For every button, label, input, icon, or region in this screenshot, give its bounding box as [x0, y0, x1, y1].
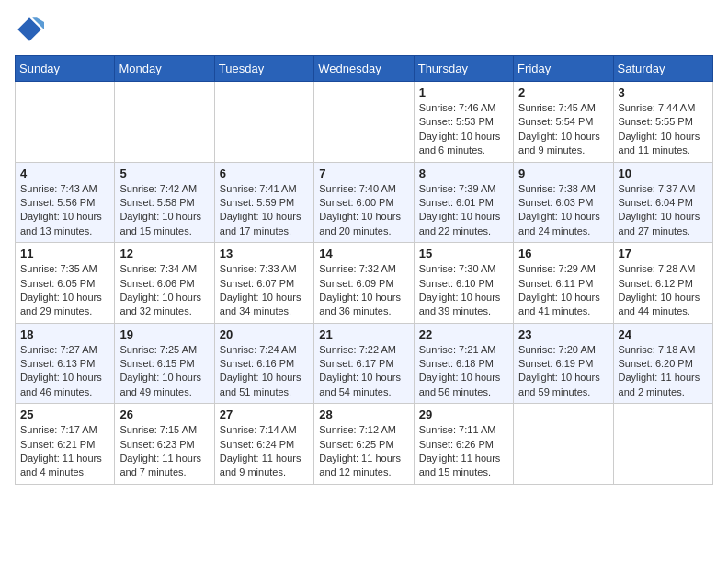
day-cell: 9Sunrise: 7:38 AM Sunset: 6:03 PM Daylig… — [514, 162, 613, 243]
week-row-1: 1Sunrise: 7:46 AM Sunset: 5:53 PM Daylig… — [16, 82, 713, 163]
day-cell: 21Sunrise: 7:22 AM Sunset: 6:17 PM Dayli… — [314, 323, 414, 404]
day-number: 22 — [419, 327, 508, 341]
day-info: Sunrise: 7:25 AM Sunset: 6:15 PM Dayligh… — [119, 343, 209, 400]
day-info: Sunrise: 7:11 AM Sunset: 6:26 PM Dayligh… — [419, 423, 508, 480]
day-cell — [115, 82, 214, 163]
day-cell: 8Sunrise: 7:39 AM Sunset: 6:01 PM Daylig… — [414, 162, 513, 243]
day-cell: 15Sunrise: 7:30 AM Sunset: 6:10 PM Dayli… — [414, 243, 513, 324]
day-number: 2 — [518, 86, 608, 99]
day-number: 29 — [419, 408, 508, 421]
day-number: 16 — [518, 247, 608, 260]
day-cell — [214, 82, 313, 163]
day-number: 11 — [20, 247, 109, 260]
day-number: 1 — [419, 86, 508, 99]
day-info: Sunrise: 7:39 AM Sunset: 6:01 PM Dayligh… — [419, 182, 508, 239]
day-number: 28 — [319, 408, 408, 421]
day-number: 4 — [20, 167, 109, 180]
day-cell: 26Sunrise: 7:15 AM Sunset: 6:23 PM Dayli… — [115, 404, 214, 485]
day-info: Sunrise: 7:41 AM Sunset: 5:59 PM Dayligh… — [220, 182, 309, 239]
day-number: 12 — [119, 247, 209, 260]
day-info: Sunrise: 7:22 AM Sunset: 6:17 PM Dayligh… — [319, 343, 408, 400]
day-number: 3 — [619, 86, 708, 99]
day-info: Sunrise: 7:24 AM Sunset: 6:16 PM Dayligh… — [220, 343, 309, 400]
day-cell — [514, 404, 613, 485]
week-row-5: 25Sunrise: 7:17 AM Sunset: 6:21 PM Dayli… — [16, 404, 713, 485]
day-number: 24 — [619, 327, 708, 341]
day-cell: 6Sunrise: 7:41 AM Sunset: 5:59 PM Daylig… — [214, 162, 313, 243]
day-number: 20 — [220, 327, 309, 341]
day-info: Sunrise: 7:28 AM Sunset: 6:12 PM Dayligh… — [619, 262, 708, 319]
day-info: Sunrise: 7:34 AM Sunset: 6:06 PM Dayligh… — [119, 262, 209, 319]
day-info: Sunrise: 7:27 AM Sunset: 6:13 PM Dayligh… — [20, 343, 109, 400]
logo — [15, 15, 48, 44]
day-number: 15 — [419, 247, 508, 260]
week-row-3: 11Sunrise: 7:35 AM Sunset: 6:05 PM Dayli… — [16, 243, 713, 324]
day-cell: 20Sunrise: 7:24 AM Sunset: 6:16 PM Dayli… — [214, 323, 313, 404]
day-number: 21 — [319, 327, 408, 341]
day-info: Sunrise: 7:35 AM Sunset: 6:05 PM Dayligh… — [20, 262, 109, 319]
day-number: 14 — [319, 247, 408, 260]
day-cell: 1Sunrise: 7:46 AM Sunset: 5:53 PM Daylig… — [414, 82, 513, 163]
day-info: Sunrise: 7:29 AM Sunset: 6:11 PM Dayligh… — [518, 262, 608, 319]
day-info: Sunrise: 7:37 AM Sunset: 6:04 PM Dayligh… — [619, 182, 708, 239]
day-cell: 18Sunrise: 7:27 AM Sunset: 6:13 PM Dayli… — [16, 323, 115, 404]
day-cell: 19Sunrise: 7:25 AM Sunset: 6:15 PM Dayli… — [115, 323, 214, 404]
day-number: 10 — [619, 167, 708, 180]
day-cell — [314, 82, 414, 163]
day-cell: 16Sunrise: 7:29 AM Sunset: 6:11 PM Dayli… — [514, 243, 613, 324]
col-header-saturday: Saturday — [613, 56, 712, 82]
day-info: Sunrise: 7:42 AM Sunset: 5:58 PM Dayligh… — [119, 182, 209, 239]
day-info: Sunrise: 7:43 AM Sunset: 5:56 PM Dayligh… — [20, 182, 109, 239]
day-cell — [613, 404, 712, 485]
day-cell: 7Sunrise: 7:40 AM Sunset: 6:00 PM Daylig… — [314, 162, 414, 243]
day-info: Sunrise: 7:38 AM Sunset: 6:03 PM Dayligh… — [518, 182, 608, 239]
day-number: 7 — [319, 167, 408, 180]
day-cell — [16, 82, 115, 163]
day-number: 23 — [518, 327, 608, 341]
day-info: Sunrise: 7:20 AM Sunset: 6:19 PM Dayligh… — [518, 343, 608, 400]
day-info: Sunrise: 7:12 AM Sunset: 6:25 PM Dayligh… — [319, 423, 408, 480]
day-cell: 2Sunrise: 7:45 AM Sunset: 5:54 PM Daylig… — [514, 82, 613, 163]
day-number: 8 — [419, 167, 508, 180]
calendar-header-row: SundayMondayTuesdayWednesdayThursdayFrid… — [16, 56, 713, 82]
day-cell: 11Sunrise: 7:35 AM Sunset: 6:05 PM Dayli… — [16, 243, 115, 324]
day-cell: 13Sunrise: 7:33 AM Sunset: 6:07 PM Dayli… — [214, 243, 313, 324]
day-cell: 29Sunrise: 7:11 AM Sunset: 6:26 PM Dayli… — [414, 404, 513, 485]
day-cell: 25Sunrise: 7:17 AM Sunset: 6:21 PM Dayli… — [16, 404, 115, 485]
day-info: Sunrise: 7:21 AM Sunset: 6:18 PM Dayligh… — [419, 343, 508, 400]
day-info: Sunrise: 7:32 AM Sunset: 6:09 PM Dayligh… — [319, 262, 408, 319]
day-cell: 24Sunrise: 7:18 AM Sunset: 6:20 PM Dayli… — [613, 323, 712, 404]
day-info: Sunrise: 7:40 AM Sunset: 6:00 PM Dayligh… — [319, 182, 408, 239]
page-header — [15, 15, 713, 44]
day-number: 5 — [119, 167, 209, 180]
day-info: Sunrise: 7:15 AM Sunset: 6:23 PM Dayligh… — [119, 423, 209, 480]
day-info: Sunrise: 7:18 AM Sunset: 6:20 PM Dayligh… — [619, 343, 708, 400]
logo-icon — [15, 15, 44, 44]
day-cell: 3Sunrise: 7:44 AM Sunset: 5:55 PM Daylig… — [613, 82, 712, 163]
day-info: Sunrise: 7:17 AM Sunset: 6:21 PM Dayligh… — [20, 423, 109, 480]
col-header-thursday: Thursday — [414, 56, 513, 82]
col-header-monday: Monday — [115, 56, 214, 82]
day-cell: 10Sunrise: 7:37 AM Sunset: 6:04 PM Dayli… — [613, 162, 712, 243]
day-cell: 5Sunrise: 7:42 AM Sunset: 5:58 PM Daylig… — [115, 162, 214, 243]
day-cell: 4Sunrise: 7:43 AM Sunset: 5:56 PM Daylig… — [16, 162, 115, 243]
day-number: 6 — [220, 167, 309, 180]
day-number: 19 — [119, 327, 209, 341]
week-row-2: 4Sunrise: 7:43 AM Sunset: 5:56 PM Daylig… — [16, 162, 713, 243]
day-number: 9 — [518, 167, 608, 180]
day-cell: 17Sunrise: 7:28 AM Sunset: 6:12 PM Dayli… — [613, 243, 712, 324]
calendar-table: SundayMondayTuesdayWednesdayThursdayFrid… — [15, 55, 713, 485]
day-info: Sunrise: 7:46 AM Sunset: 5:53 PM Dayligh… — [419, 101, 508, 158]
col-header-sunday: Sunday — [16, 56, 115, 82]
day-number: 13 — [220, 247, 309, 260]
day-info: Sunrise: 7:44 AM Sunset: 5:55 PM Dayligh… — [619, 101, 708, 158]
day-number: 26 — [119, 408, 209, 421]
col-header-wednesday: Wednesday — [314, 56, 414, 82]
day-number: 17 — [619, 247, 708, 260]
day-cell: 27Sunrise: 7:14 AM Sunset: 6:24 PM Dayli… — [214, 404, 313, 485]
day-cell: 28Sunrise: 7:12 AM Sunset: 6:25 PM Dayli… — [314, 404, 414, 485]
day-info: Sunrise: 7:30 AM Sunset: 6:10 PM Dayligh… — [419, 262, 508, 319]
day-cell: 22Sunrise: 7:21 AM Sunset: 6:18 PM Dayli… — [414, 323, 513, 404]
day-info: Sunrise: 7:14 AM Sunset: 6:24 PM Dayligh… — [220, 423, 309, 480]
day-cell: 12Sunrise: 7:34 AM Sunset: 6:06 PM Dayli… — [115, 243, 214, 324]
